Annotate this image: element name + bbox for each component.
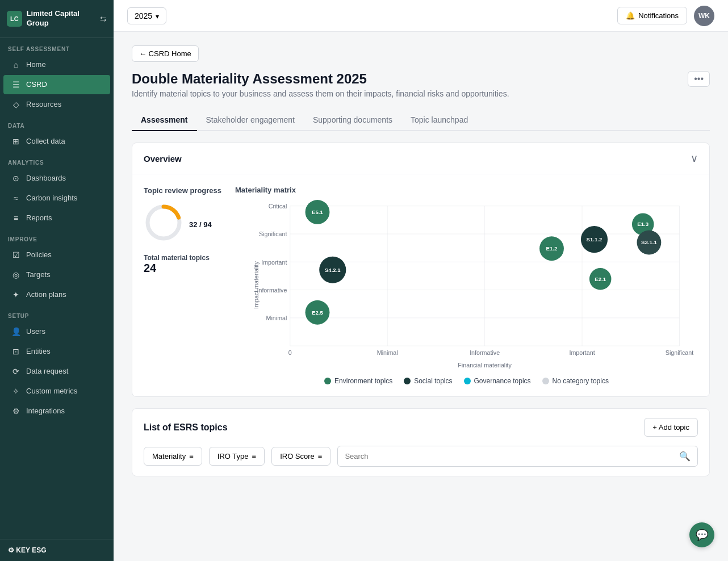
bell-icon: 🔔 [626,11,635,20]
chat-bubble-button[interactable]: 💬 [689,522,714,547]
matrix-title: Materiality matrix [235,186,698,194]
avatar-initials: WK [698,12,710,20]
year-label: 2025 [135,11,152,20]
sidebar-section-label: IMPROVE [0,228,114,245]
svg-text:Important: Important [569,349,595,356]
sidebar-item-action-plans[interactable]: ✦Action plans [3,285,110,304]
footer-logo: ⚙ KEY ESG [8,546,46,554]
matrix-legend: Environment topicsSocial topicsGovernanc… [235,377,698,385]
filter-icon-3: ≡ [318,452,323,460]
overview-body: Topic review progress 32 / 94 [132,174,709,396]
tab-stakeholder[interactable]: Stakeholder engagement [197,110,304,131]
topbar: 2025 🔔 Notifications WK [114,0,728,32]
overview-collapse-icon[interactable]: ∨ [691,152,698,165]
svg-text:S1.1.2: S1.1.2 [587,236,603,242]
sidebar-section-label: SELF ASSESSMENT [0,38,114,55]
materiality-label: Materiality [152,452,186,460]
search-icon: 🔍 [679,451,691,462]
svg-text:E2.1: E2.1 [595,276,606,282]
more-icon: ••• [694,74,704,83]
home-label: Home [26,60,46,69]
csrd-icon: ☰ [11,80,20,89]
back-button[interactable]: ← CSRD Home [132,45,199,62]
overview-card-header: Overview ∨ [132,143,709,174]
iro-type-filter[interactable]: IRO Type ≡ [209,447,265,466]
sidebar-section-label: ANALYTICS [0,152,114,168]
legend-dot [464,378,471,384]
legend-item: Environment topics [324,377,392,385]
entities-label: Entities [26,347,51,355]
resources-icon: ◇ [11,100,20,109]
custom-metrics-label: Custom metrics [26,387,77,395]
tab-assessment[interactable]: Assessment [132,110,197,131]
sidebar-section-label: DATA [0,115,114,131]
total-material-value: 24 [144,262,221,275]
topics-section-title: List of ESRS topics [144,422,228,433]
sidebar-item-data-request[interactable]: ⟳Data request [3,362,110,381]
sidebar-item-collect-data[interactable]: ⊞Collect data [3,132,110,151]
sidebar-item-reports[interactable]: ≡Reports [3,208,110,228]
logo-badge: LC [7,11,22,27]
custom-metrics-icon: ✧ [11,387,20,396]
svg-text:Impact materiality: Impact materiality [253,261,260,309]
topics-header: List of ESRS topics + Add topic [132,409,709,446]
dashboards-label: Dashboards [26,174,66,182]
year-chevron-icon [156,11,159,20]
sidebar-item-targets[interactable]: ◎Targets [3,265,110,284]
reports-label: Reports [26,213,52,222]
sidebar-item-carbon-insights[interactable]: ≈Carbon insights [3,189,110,208]
svg-text:Minimal: Minimal [266,315,287,321]
overview-stats: Topic review progress 32 / 94 [144,186,221,385]
sidebar-item-home[interactable]: ⌂Home [3,55,110,74]
company-name: Limited Capital Group [27,9,100,28]
sidebar-item-users[interactable]: 👤Users [3,322,110,341]
add-topic-button[interactable]: + Add topic [644,418,698,437]
svg-text:Critical: Critical [269,203,287,210]
chat-icon: 💬 [696,529,708,541]
sidebar-toggle-icon[interactable]: ⇆ [100,14,107,23]
svg-text:S3.1.1: S3.1.1 [641,240,657,246]
users-icon: 👤 [11,327,20,336]
integrations-icon: ⚙ [11,407,20,416]
legend-dot [404,378,411,384]
reports-icon: ≡ [11,213,20,223]
sidebar-item-dashboards[interactable]: ⊙Dashboards [3,169,110,188]
iro-score-filter[interactable]: IRO Score ≡ [271,447,330,466]
collect-data-icon: ⊞ [11,137,20,146]
notifications-button[interactable]: 🔔 Notifications [617,7,687,24]
search-input[interactable] [345,452,675,460]
sidebar-item-entities[interactable]: ⊡Entities [3,342,110,361]
topbar-right: 🔔 Notifications WK [617,6,714,26]
action-plans-label: Action plans [26,290,66,299]
sidebar-header: LC Limited Capital Group ⇆ [0,0,114,38]
svg-text:Informative: Informative [257,287,287,294]
legend-item: Governance topics [464,377,531,385]
notifications-label: Notifications [638,11,679,20]
main-content: 2025 🔔 Notifications WK ← CSRD Home Doub… [114,0,728,561]
legend-dot [542,378,549,384]
action-plans-icon: ✦ [11,290,20,299]
sidebar-item-integrations[interactable]: ⚙Integrations [3,401,110,421]
svg-text:E2.5: E2.5 [312,309,323,316]
entities-icon: ⊡ [11,347,20,356]
sidebar-section-label: SETUP [0,305,114,321]
user-avatar[interactable]: WK [694,6,714,26]
tab-supporting[interactable]: Supporting documents [304,110,401,131]
page-title-row: Double Materiality Assessment 2025 ••• [132,71,710,87]
svg-text:Significant: Significant [259,231,287,237]
page-title: Double Materiality Assessment 2025 [132,71,367,87]
more-options-button[interactable]: ••• [688,71,710,87]
carbon-insights-icon: ≈ [11,194,20,203]
targets-label: Targets [26,270,51,279]
svg-text:Financial materiality: Financial materiality [458,362,512,369]
progress-label: Topic review progress [144,186,221,196]
sidebar-item-policies[interactable]: ☑Policies [3,245,110,265]
tab-launchpad[interactable]: Topic launchpad [401,110,477,131]
sidebar-item-custom-metrics[interactable]: ✧Custom metrics [3,382,110,401]
materiality-filter[interactable]: Materiality ≡ [144,447,202,466]
year-selector[interactable]: 2025 [127,7,166,24]
sidebar-item-csrd[interactable]: ☰CSRD [3,75,110,94]
legend-label: Environment topics [334,377,392,385]
targets-icon: ◎ [11,270,20,279]
sidebar-item-resources[interactable]: ◇Resources [3,95,110,114]
